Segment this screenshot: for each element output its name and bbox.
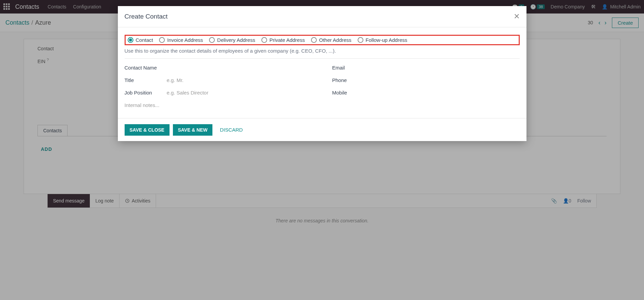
radio-dot-icon (358, 37, 363, 43)
label-mobile: Mobile (332, 90, 375, 96)
radio-delivery-address[interactable]: Delivery Address (209, 37, 255, 43)
radio-invoice-address[interactable]: Invoice Address (159, 37, 203, 43)
label-email: Email (332, 65, 375, 71)
radio-dot-icon (209, 37, 215, 43)
job-position-input[interactable]: e.g. Sales Director (167, 90, 312, 96)
create-contact-modal: Create Contact ✕ Contact Invoice Address… (118, 6, 526, 141)
close-icon[interactable]: ✕ (514, 12, 520, 21)
label-phone: Phone (332, 77, 375, 83)
modal-footer: SAVE & CLOSE SAVE & NEW DISCARD (118, 118, 526, 141)
radio-contact[interactable]: Contact (128, 37, 153, 43)
radio-help-text: Use this to organize the contact details… (125, 48, 520, 54)
label-job-position: Job Position (125, 90, 167, 96)
internal-notes-input[interactable]: Internal notes... (125, 102, 312, 108)
save-new-button[interactable]: SAVE & NEW (173, 124, 213, 136)
radio-dot-icon (128, 37, 133, 43)
radio-private-address[interactable]: Private Address (261, 37, 305, 43)
title-input[interactable]: e.g. Mr. (167, 77, 312, 83)
contact-type-radios: Contact Invoice Address Delivery Address… (125, 35, 520, 45)
radio-followup-address[interactable]: Follow-up Address (358, 37, 407, 43)
radio-dot-icon (159, 37, 165, 43)
radio-dot-icon (261, 37, 267, 43)
radio-other-address[interactable]: Other Address (311, 37, 352, 43)
radio-dot-icon (311, 37, 317, 43)
form-left-col: Contact Name Titlee.g. Mr. Job Positione… (125, 65, 312, 108)
label-contact-name: Contact Name (125, 65, 167, 71)
discard-button[interactable]: DISCARD (216, 124, 247, 136)
modal-title: Create Contact (125, 13, 168, 20)
modal-overlay: Create Contact ✕ Contact Invoice Address… (0, 0, 644, 240)
form-right-col: Email Phone Mobile (332, 65, 520, 108)
label-title: Title (125, 77, 167, 83)
modal-header: Create Contact ✕ (118, 6, 526, 27)
save-close-button[interactable]: SAVE & CLOSE (125, 124, 170, 136)
divider (125, 58, 520, 59)
